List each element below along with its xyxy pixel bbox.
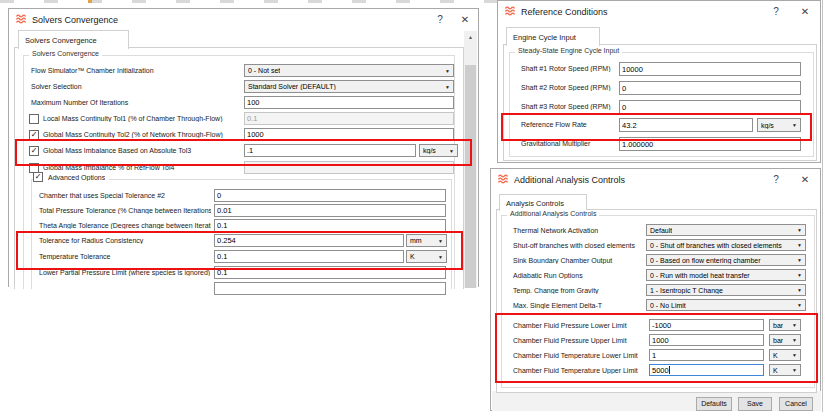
reference-flow-rate-input[interactable] bbox=[619, 118, 753, 132]
selected-value: mm bbox=[410, 237, 422, 244]
tab-solvers-convergence[interactable]: Solvers Convergence bbox=[18, 30, 129, 49]
group-label: Steady-State Engine Cycle Input bbox=[515, 47, 622, 54]
solvers-dialog-titlebar[interactable]: Solvers Convergence bbox=[9, 9, 478, 30]
help-button[interactable]: ? bbox=[768, 172, 784, 187]
global-mass-tol3-input[interactable] bbox=[244, 144, 416, 157]
selected-value: 0 - Not set bbox=[248, 67, 280, 74]
selected-value: bar bbox=[773, 322, 783, 329]
field-label: Flow Simulator™ Chamber Initialization bbox=[31, 67, 231, 74]
radius-consistency-input[interactable] bbox=[214, 234, 404, 247]
chevron-down-icon: ▼ bbox=[795, 272, 802, 278]
selected-value: K bbox=[773, 352, 778, 359]
field-label: Global Mass Continuity Tol2 (% of Networ… bbox=[43, 131, 241, 138]
temperature-tolerance-unit-select[interactable]: K ▼ bbox=[406, 250, 447, 263]
chevron-down-icon: ▼ bbox=[436, 238, 443, 244]
tab-engine-cycle-input[interactable]: Engine Cycle Input bbox=[506, 27, 600, 46]
pressure-upper-limit-input[interactable] bbox=[649, 334, 764, 346]
shutoff-branches-select[interactable]: 0 - Shut off branches with closed elemen… bbox=[646, 239, 806, 251]
tab-analysis-controls[interactable]: Analysis Controls bbox=[499, 194, 587, 211]
sink-boundary-select[interactable]: 0 - Based on flow entering chamber ▼ bbox=[646, 254, 806, 266]
close-icon[interactable]: ✕ bbox=[797, 172, 813, 187]
chevron-down-icon: ▼ bbox=[795, 257, 802, 263]
dialog-title: Additional Analysis Controls bbox=[514, 175, 625, 185]
vertical-scrollbar[interactable]: ▲ bbox=[464, 31, 477, 288]
adiabatic-run-select[interactable]: 0 - Run with model heat transfer ▼ bbox=[646, 269, 806, 281]
save-button[interactable]: Save bbox=[738, 397, 772, 411]
field-label: Lower Partial Pressure Limit (where spec… bbox=[39, 269, 211, 276]
temperature-upper-unit-select[interactable]: K ▼ bbox=[769, 364, 801, 376]
cancel-button[interactable]: Cancel bbox=[779, 397, 813, 411]
chevron-down-icon: ▼ bbox=[436, 254, 443, 260]
selected-value: 0 - Based on flow entering chamber bbox=[650, 257, 761, 264]
field-label: Advanced Options bbox=[48, 174, 105, 181]
defaults-button[interactable]: Defaults bbox=[696, 397, 732, 411]
chamber-initialization-select[interactable]: 0 - Not set ▼ bbox=[244, 64, 454, 77]
max-iterations-input[interactable] bbox=[244, 96, 454, 109]
temperature-tolerance-input[interactable] bbox=[214, 250, 404, 263]
selected-value: Standard Solver (DEFAULT) bbox=[248, 83, 336, 90]
cropped-sliver-mark bbox=[88, 0, 92, 3]
solvers-convergence-dialog: Solvers Convergence ? ✕ Solvers Converge… bbox=[8, 8, 479, 287]
thermal-network-select[interactable]: Default ▼ bbox=[646, 224, 806, 236]
scroll-up-icon[interactable]: ▲ bbox=[464, 31, 477, 43]
field-label: Gravitational Multiplier bbox=[521, 140, 617, 147]
shaft1-speed-input[interactable] bbox=[619, 62, 801, 76]
radius-consistency-unit-select[interactable]: mm ▼ bbox=[406, 234, 447, 247]
close-icon[interactable]: ✕ bbox=[797, 4, 813, 19]
additional-analysis-controls-dialog: Additional Analysis Controls ? ✕ Analysi… bbox=[490, 168, 821, 411]
temperature-upper-limit-input[interactable] bbox=[649, 364, 764, 376]
special-tolerance-chamber-input[interactable] bbox=[214, 189, 446, 202]
refflow-tol4-input bbox=[244, 161, 454, 174]
local-mass-tol1-input bbox=[244, 112, 454, 125]
pressure-upper-unit-select[interactable]: bar ▼ bbox=[769, 334, 801, 346]
text-caret bbox=[669, 366, 670, 374]
global-mass-tol3-unit-select[interactable]: kg/s ▼ bbox=[419, 144, 458, 157]
field-label: Chamber Fluid Pressure Upper Limit bbox=[513, 337, 645, 344]
solver-selection-select[interactable]: Standard Solver (DEFAULT) ▼ bbox=[244, 80, 454, 93]
field-label: Tolerance for Radius Consistency bbox=[39, 237, 211, 244]
field-label: Shut-off branches with closed elements bbox=[513, 242, 643, 249]
global-mass-tol2-checkbox[interactable]: ✓ bbox=[29, 130, 39, 140]
shaft2-speed-input[interactable] bbox=[619, 81, 801, 95]
chevron-down-icon: ▼ bbox=[790, 352, 797, 358]
field-label: Adiabatic Run Options bbox=[513, 272, 643, 279]
selected-value: Default bbox=[650, 227, 672, 234]
advanced-options-checkbox[interactable]: ✓ bbox=[33, 172, 43, 182]
field-label: Sink Boundary Chamber Output bbox=[513, 257, 643, 264]
selected-value: K bbox=[410, 253, 415, 260]
group-label: Additional Analysis Controls bbox=[507, 210, 599, 217]
temperature-lower-limit-input[interactable] bbox=[649, 349, 764, 361]
field-label: Maximum Number Of Iterations bbox=[31, 99, 231, 106]
field-label: Solver Selection bbox=[31, 83, 231, 90]
gravitational-multiplier-input[interactable] bbox=[619, 137, 801, 151]
field-label: Reference Flow Rate bbox=[521, 121, 617, 128]
temperature-lower-unit-select[interactable]: K ▼ bbox=[769, 349, 801, 361]
local-mass-tol1-checkbox[interactable] bbox=[29, 114, 39, 124]
max-delta-t-select[interactable]: 0 - No Limit ▼ bbox=[646, 299, 806, 311]
global-mass-tol2-input[interactable] bbox=[244, 128, 454, 141]
field-label: Temperature Tolerance bbox=[39, 253, 211, 260]
theta-angle-tolerance-input[interactable] bbox=[214, 219, 446, 232]
group-label: Solvers Convergence bbox=[29, 50, 102, 57]
total-pressure-tolerance-input[interactable] bbox=[214, 204, 446, 217]
pressure-lower-limit-input[interactable] bbox=[649, 319, 764, 331]
screenshot-root: Solvers Convergence ? ✕ Solvers Converge… bbox=[0, 0, 825, 417]
help-button[interactable]: ? bbox=[768, 4, 784, 19]
shaft3-speed-input[interactable] bbox=[619, 100, 801, 114]
selected-value: bar bbox=[773, 337, 783, 344]
selected-value: 0 - Run with model heat transfer bbox=[650, 272, 750, 279]
gravity-temp-change-select[interactable]: 1 - Isentropic T Change ▼ bbox=[646, 284, 806, 296]
scrollbar-thumb[interactable] bbox=[465, 65, 476, 288]
chevron-down-icon: ▼ bbox=[790, 322, 797, 328]
pressure-lower-unit-select[interactable]: bar ▼ bbox=[769, 319, 801, 331]
global-mass-tol3-checkbox[interactable]: ✓ bbox=[29, 146, 39, 156]
reference-flow-rate-unit-select[interactable]: kg/s ▼ bbox=[757, 118, 801, 132]
close-icon[interactable]: ✕ bbox=[457, 12, 473, 27]
flow-simulator-icon bbox=[16, 14, 27, 26]
partial-pressure-limit-input[interactable] bbox=[214, 266, 446, 279]
field-label: Thermal Network Activation bbox=[513, 227, 643, 234]
cropped-input[interactable] bbox=[214, 282, 446, 295]
field-label: Chamber Fluid Pressure Lower Limit bbox=[513, 322, 645, 329]
field-label: Global Mass Imbalance Based on Absolute … bbox=[43, 147, 241, 154]
help-button[interactable]: ? bbox=[432, 12, 448, 27]
